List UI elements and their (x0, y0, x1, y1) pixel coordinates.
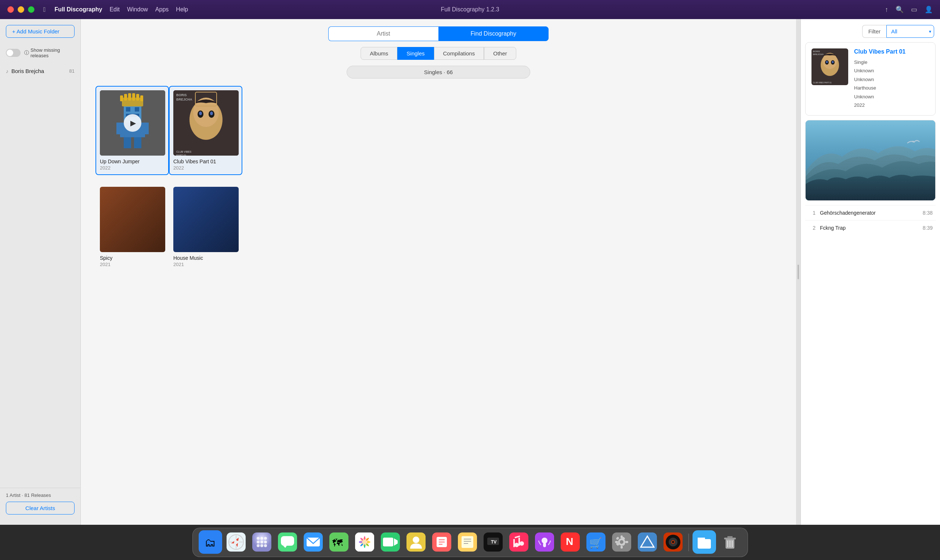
artist-input[interactable] (328, 26, 438, 41)
dock-vinyls[interactable] (661, 530, 685, 554)
close-button[interactable] (7, 6, 14, 13)
album-card-up-down-jumper[interactable]: ▶ Up Down Jumper 2022 (96, 86, 169, 175)
traffic-lights (7, 6, 34, 13)
album-card-house-music[interactable]: House Music 2021 (169, 182, 242, 272)
album-title-club-vibes: Club Vibes Part 01 (173, 158, 238, 165)
dock-appletv[interactable]: TV (481, 530, 505, 554)
svg-rect-6 (116, 123, 124, 134)
svg-rect-98 (518, 538, 520, 546)
artist-item[interactable]: ♪ Boris Brejcha 81 (0, 65, 80, 77)
dock-maps[interactable]: 🗺 (327, 530, 351, 554)
svg-text:BREJCHA: BREJCHA (176, 98, 193, 101)
album-cover-house-music (173, 187, 239, 252)
maximize-button[interactable] (28, 6, 34, 13)
apple-menu-icon[interactable]:  (43, 6, 46, 14)
dock-appstore[interactable]: 🛒 (584, 530, 608, 554)
menu-window[interactable]: Window (127, 6, 148, 13)
tab-compilations[interactable]: Compilations (434, 47, 484, 60)
album-year-house-music: 2021 (173, 262, 238, 267)
find-discography-button[interactable]: Find Discography (438, 26, 549, 41)
album-card-spicy[interactable]: Spicy 2021 (96, 182, 169, 272)
track-name-2: Fckng Trap (820, 225, 918, 231)
svg-rect-7 (141, 123, 149, 134)
landscape-image (806, 120, 935, 200)
svg-point-96 (515, 543, 519, 547)
dock-reminders[interactable] (430, 530, 453, 554)
divider-handle (798, 265, 799, 279)
svg-point-57 (257, 544, 260, 547)
detail-album-title: Club Vibes Part 01 (854, 48, 929, 55)
svg-rect-103 (543, 543, 546, 547)
music-note-icon: ♪ (6, 68, 8, 74)
svg-rect-14 (132, 93, 135, 100)
dock-safari[interactable] (224, 530, 248, 554)
airplay-icon[interactable]: ▭ (911, 6, 917, 14)
svg-point-35 (832, 61, 834, 63)
dock-systemprefs[interactable] (610, 530, 633, 554)
menu-bar: Full Discography Edit Window Apps Help (55, 6, 188, 13)
menu-edit[interactable]: Edit (109, 6, 120, 13)
tab-albums[interactable]: Albums (361, 47, 397, 60)
play-icon: ▶ (130, 118, 136, 127)
svg-rect-2 (126, 107, 130, 112)
svg-point-102 (542, 538, 547, 543)
dock-nuage[interactable] (636, 530, 659, 554)
artist-count: 81 (69, 68, 74, 74)
svg-point-40 (912, 141, 914, 142)
detail-info: Club Vibes Part 01 Single Unknown Unknow… (854, 48, 929, 109)
info-icon: ⓘ (24, 49, 29, 56)
show-missing-toggle[interactable] (6, 49, 20, 57)
track-number-1: 1 (808, 210, 815, 216)
menu-apps[interactable]: Apps (155, 6, 168, 13)
dock-podcasts[interactable] (533, 530, 556, 554)
svg-rect-132 (727, 536, 732, 538)
svg-rect-16 (140, 95, 143, 101)
dock-music[interactable] (507, 530, 530, 554)
svg-point-97 (519, 541, 524, 546)
play-button-overlay[interactable]: ▶ (124, 114, 141, 132)
album-cover-up-down-jumper: ▶ (100, 90, 165, 155)
notification-icon[interactable]: ↑ (885, 6, 888, 14)
track-item-1[interactable]: 1 Gehörschadengenerator 8:38 (805, 205, 935, 220)
svg-rect-12 (124, 94, 127, 100)
dock-facetime[interactable] (379, 530, 402, 554)
detail-card-club-vibes: BORIS BREJCHA CLUB VIBES PART 01 Club Vi… (805, 42, 935, 115)
track-item-2[interactable]: 2 Fckng Trap 8:39 (805, 220, 935, 235)
dock-contacts[interactable] (404, 530, 428, 554)
toggle-row: ⓘ Show missing releases (0, 44, 80, 62)
dock-launchpad[interactable] (250, 530, 274, 554)
dock-notes[interactable] (456, 530, 479, 554)
tab-singles[interactable]: Singles (397, 47, 434, 60)
search-icon[interactable]: 🔍 (895, 6, 904, 14)
add-music-folder-button[interactable]: + Add Music Folder (6, 25, 74, 38)
tabs-row: Albums Singles Compilations Other (361, 47, 516, 60)
album-year: 2022 (100, 165, 165, 171)
album-card-club-vibes[interactable]: BORIS BREJCHA CLUB VIBES PART 01 Club Vi… (169, 86, 242, 175)
panel-divider[interactable] (796, 19, 800, 525)
dock-messages[interactable] (276, 530, 299, 554)
menu-help[interactable]: Help (176, 6, 188, 13)
svg-point-23 (210, 112, 213, 115)
dock-mail[interactable] (302, 530, 325, 554)
svg-text:BREJCHA: BREJCHA (813, 53, 824, 55)
dock-finder2[interactable] (692, 530, 716, 554)
svg-rect-3 (135, 107, 139, 112)
svg-point-51 (257, 537, 260, 540)
account-icon[interactable]: 👤 (925, 6, 933, 14)
svg-text:CLUB VIBES: CLUB VIBES (176, 151, 192, 153)
dock-finder[interactable]: 🗂 (199, 530, 222, 554)
filter-select[interactable]: All Downloaded Missing (886, 25, 934, 38)
tab-other[interactable]: Other (484, 47, 516, 60)
svg-rect-61 (281, 536, 294, 546)
singles-count: Singles · 66 (347, 66, 530, 78)
menu-app-name[interactable]: Full Discography (55, 6, 102, 13)
svg-rect-128 (698, 538, 705, 540)
minimize-button[interactable] (18, 6, 24, 13)
svg-text:BORIS: BORIS (813, 50, 820, 52)
dock-news[interactable]: N (558, 530, 582, 554)
clear-artists-button[interactable]: Clear Artists (6, 502, 74, 514)
album-cover-club-vibes: BORIS BREJCHA CLUB VIBES PART 01 (173, 90, 239, 155)
dock-trash[interactable] (718, 530, 742, 554)
track-list: 1 Gehörschadengenerator 8:38 2 Fckng Tra… (801, 205, 940, 240)
dock-photos[interactable] (353, 530, 376, 554)
